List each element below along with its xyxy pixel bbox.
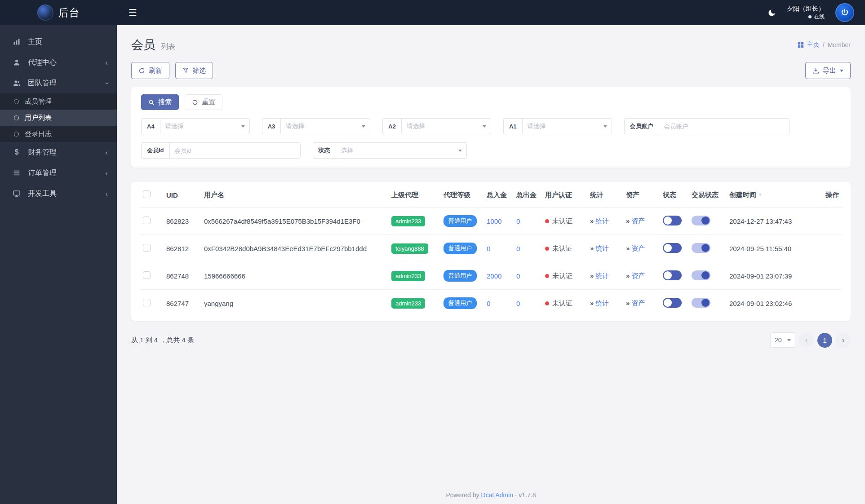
page-footer: Powered by Dcat Admin · v1.7.8 (117, 491, 865, 499)
trade-status-toggle[interactable] (692, 270, 710, 280)
total-out-link[interactable]: 0 (516, 272, 520, 280)
filter-label: A2 (382, 118, 401, 134)
table-row: 862748 15966666666 admin233 普通用户 2000 0 … (139, 262, 843, 290)
total-out-link[interactable]: 0 (516, 245, 520, 252)
status-toggle[interactable] (663, 243, 682, 253)
stats-link[interactable]: 统计 (595, 299, 609, 307)
trade-status-toggle[interactable] (692, 243, 710, 253)
refresh-icon (138, 67, 145, 74)
a2-select[interactable]: 请选择 (401, 118, 491, 134)
caret-down-icon (362, 125, 365, 128)
select-all-checkbox[interactable] (143, 190, 151, 198)
filter-button[interactable]: 筛选 (175, 62, 213, 79)
sidebar-toggle-icon[interactable]: ☰ (129, 7, 137, 18)
row-checkbox[interactable] (143, 244, 151, 252)
row-checkbox[interactable] (143, 271, 151, 279)
total-in-link[interactable]: 2000 (487, 272, 501, 280)
col-created: 创建时间 (726, 183, 815, 208)
assets-link[interactable]: 资产 (631, 299, 645, 307)
search-button[interactable]: 搜索 (141, 94, 179, 110)
sidebar-item-user-list[interactable]: 用户列表 (0, 110, 117, 126)
avatar[interactable] (835, 3, 854, 22)
trade-status-toggle[interactable] (692, 216, 710, 225)
assets-link[interactable]: 资产 (631, 272, 645, 279)
assets-link[interactable]: 资产 (631, 244, 645, 252)
current-page-button[interactable]: 1 (817, 333, 832, 348)
toolbar: 刷新 筛选 导出 (131, 62, 851, 79)
a4-select[interactable]: 请选择 (160, 118, 250, 134)
col-trade-status: 交易状态 (688, 183, 726, 208)
refresh-button[interactable]: 刷新 (131, 62, 169, 79)
caret-down-icon (458, 150, 462, 152)
reset-button[interactable]: 重置 (185, 94, 222, 110)
stats-link[interactable]: 统计 (595, 272, 609, 279)
dcat-admin-link[interactable]: Dcat Admin (481, 491, 513, 499)
total-in-link[interactable]: 1000 (487, 217, 501, 225)
member-id-input[interactable] (169, 142, 301, 159)
sidebar-item-label: 团队管理 (28, 79, 57, 88)
total-in-link[interactable]: 0 (487, 245, 490, 252)
assets-link[interactable]: 资产 (631, 217, 645, 225)
sidebar-item-order-management[interactable]: 订单管理 ‹ (0, 163, 117, 183)
stats-link[interactable]: 统计 (595, 244, 609, 252)
filter-member-id: 会员Id (141, 142, 301, 159)
user-menu[interactable]: 夕阳（组长） 在线 (787, 4, 825, 20)
sidebar-item-finance-management[interactable]: $ 财务管理 ‹ (0, 142, 117, 163)
pagination: 20 1 (770, 332, 851, 348)
chevron-left-icon: ‹ (105, 190, 108, 198)
page-size-select[interactable]: 20 (770, 332, 795, 348)
bar-chart-icon (12, 38, 21, 45)
download-icon (812, 67, 819, 74)
member-table-card: UID 用户名 上级代理 代理等级 总入金 总出金 用户认证 统计 资产 状态 … (131, 182, 851, 321)
total-out-link[interactable]: 0 (516, 217, 520, 225)
version-text: v1.7.8 (519, 491, 536, 499)
table-row: 862812 0xF0342B28d0bA9B34843EeEd31E7bEFc… (139, 235, 843, 262)
next-page-button[interactable] (836, 333, 851, 348)
filter-a1: A1 请选择 (503, 118, 612, 134)
sidebar-item-member-management[interactable]: 成员管理 (0, 93, 117, 110)
trade-status-toggle[interactable] (692, 298, 710, 308)
sort-ascending-icon[interactable] (756, 191, 762, 199)
status-toggle[interactable] (663, 270, 682, 280)
funnel-icon (182, 67, 189, 74)
caret-down-icon (603, 125, 607, 128)
unverified-dot-icon (545, 247, 549, 251)
row-checkbox[interactable] (143, 217, 151, 224)
col-level: 代理等级 (440, 183, 483, 208)
prev-page-button[interactable] (799, 333, 814, 348)
breadcrumb-home-link[interactable]: 主页 (807, 41, 820, 49)
topbar: 后台 ☰ 夕阳（组长） 在线 (0, 0, 865, 25)
app-logo[interactable]: 后台 (0, 0, 117, 25)
sidebar-item-label: 代理中心 (28, 58, 57, 67)
sidebar-item-label: 订单管理 (28, 168, 57, 178)
export-button[interactable]: 导出 (805, 62, 851, 79)
account-input[interactable] (659, 118, 790, 134)
chevron-down-icon: ‹ (103, 82, 111, 84)
user-name: 夕阳（组长） (787, 4, 825, 13)
sidebar-item-home[interactable]: 主页 (0, 31, 117, 52)
status-select[interactable]: 选择 (336, 142, 467, 159)
a1-select[interactable]: 请选择 (522, 118, 612, 134)
dollar-icon: $ (12, 148, 21, 156)
row-checkbox[interactable] (143, 299, 151, 306)
stats-link[interactable]: 统计 (595, 217, 609, 225)
auth-label: 未认证 (552, 244, 572, 252)
total-out-link[interactable]: 0 (516, 300, 520, 307)
team-icon (12, 80, 21, 87)
sidebar-item-agent-center[interactable]: 代理中心 ‹ (0, 52, 117, 73)
cell-created: 2024-09-25 11:55:40 (726, 235, 815, 262)
dark-mode-icon[interactable] (767, 9, 776, 17)
sidebar-item-dev-tools[interactable]: 开发工具 ‹ (0, 183, 117, 204)
total-in-link[interactable]: 0 (487, 300, 490, 307)
team-submenu: 成员管理 用户列表 登录日志 (0, 93, 117, 142)
col-auth: 用户认证 (541, 183, 586, 208)
sidebar-item-team-management[interactable]: 团队管理 ‹ (0, 73, 117, 93)
logo-icon (37, 4, 53, 21)
filter-label: A3 (262, 118, 281, 134)
status-toggle[interactable] (663, 298, 682, 308)
filter-panel: 搜索 重置 A4 请选择 A3 请选择 (131, 87, 851, 168)
table-footer: 从 1 到 4 ，总共 4 条 20 1 (131, 332, 851, 348)
sidebar-item-login-log[interactable]: 登录日志 (0, 126, 117, 142)
status-toggle[interactable] (663, 216, 682, 225)
a3-select[interactable]: 请选择 (280, 118, 370, 134)
